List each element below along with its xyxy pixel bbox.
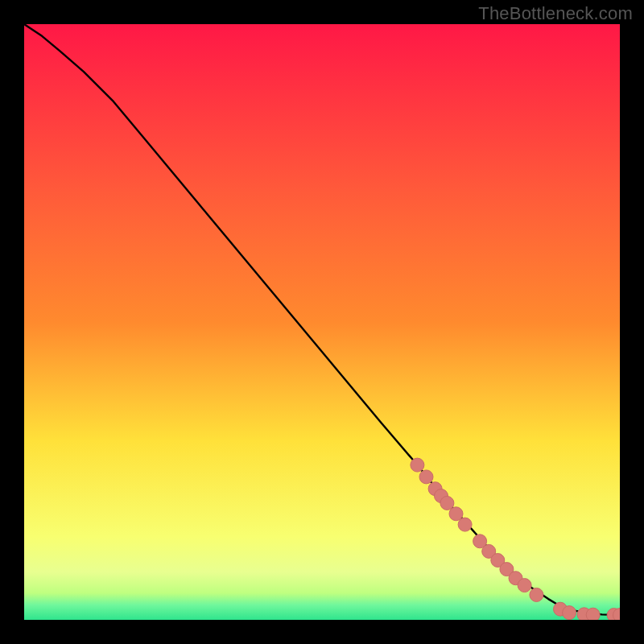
- highlight-dot: [586, 608, 600, 620]
- highlight-dot: [518, 579, 531, 592]
- highlight-dot: [419, 470, 433, 484]
- chart-frame: TheBottleneck.com: [0, 0, 644, 644]
- plot-area: [24, 24, 620, 620]
- highlight-dot: [563, 606, 576, 620]
- highlight-dot: [458, 518, 472, 531]
- gradient-background: [24, 24, 620, 620]
- highlight-dot: [411, 458, 424, 472]
- chart-svg: [24, 24, 620, 620]
- watermark-text: TheBottleneck.com: [478, 3, 633, 24]
- highlight-dot: [530, 588, 543, 601]
